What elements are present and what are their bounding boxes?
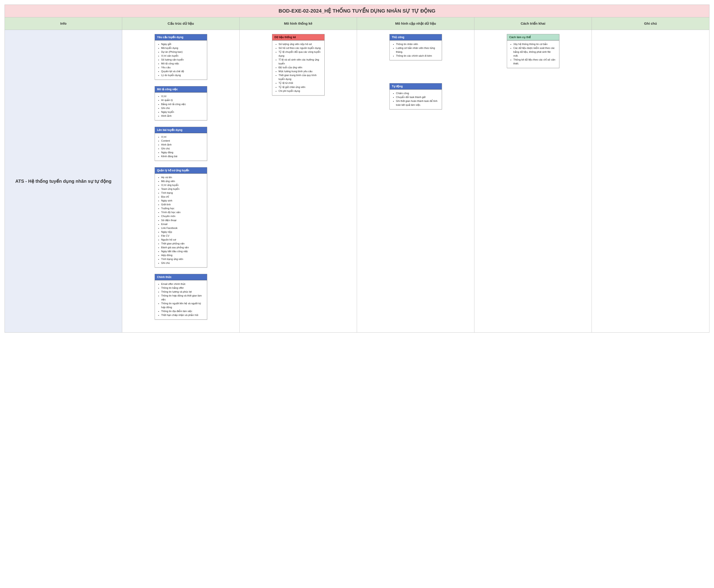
card-item: Tỷ lệ giữ chân ứng viên xyxy=(279,85,321,89)
card-item: Hr quản lý xyxy=(161,98,204,102)
card-item: Thông tin lương và phúc lợi xyxy=(161,290,204,294)
card-item: Mức lương trung bình yêu cầu xyxy=(279,69,321,73)
header-struct: Cấu trúc dữ liệu xyxy=(122,17,239,30)
spec-card: Quản lý hồ sơ ứng tuyểnHọ và tênMã ứng v… xyxy=(155,167,207,268)
card-item: Giới tính xyxy=(161,203,204,207)
card-item: Tình trạng ứng viên xyxy=(161,257,204,261)
body-row: ATS - Hệ thống tuyển dụng nhân sự tự độn… xyxy=(5,30,709,332)
card-body: Họ và tênMã ứng viênVị trí ứng tuyểnTeam… xyxy=(155,174,207,267)
card-item: Ngày gởi xyxy=(161,42,204,46)
card-item: Mã ứng viên xyxy=(161,179,204,183)
card-item: Kênh đăng bài xyxy=(161,154,204,158)
card-item: Lương cơ bản nhân viên theo từng tháng. xyxy=(396,46,439,54)
card-item: Lý do tuyển dụng xyxy=(161,73,204,77)
card-item: Số lượng ứng viên nộp hồ sơ xyxy=(279,42,321,46)
card-item: Bảng mô tả công việc xyxy=(161,102,204,106)
card-item: Tình trạng xyxy=(161,191,204,195)
card-item: Thông tin địa điểm làm việc xyxy=(161,309,204,313)
spec-card: Dữ liệu thống kêSố lượng ứng viên nộp hồ… xyxy=(272,34,324,96)
card-item: Ngày tuyển xyxy=(161,110,204,114)
header-info: Info xyxy=(5,17,122,30)
header-notes: Ghi chú xyxy=(592,17,709,30)
card-item: Chấm công xyxy=(396,91,439,95)
sheet-title: BOD-EXE-02-2024_HỆ THỐNG TUYỂN DỤNG NHÂN… xyxy=(5,5,709,17)
card-title: Yêu cầu tuyển dụng xyxy=(155,34,207,40)
card-title: Quản lý hồ sơ ứng tuyển xyxy=(155,167,207,174)
card-item: Họ và tên xyxy=(161,175,204,179)
card-item: Trình độ học vấn xyxy=(161,210,204,214)
card-item: Tỷ lệ từ chối xyxy=(279,81,321,85)
card-body: Thông tin nhân viênLương cơ bản nhân viê… xyxy=(390,40,442,60)
card-item: Thời gian phỏng vấn xyxy=(161,242,204,246)
spec-card: Cách làm cụ thểXây hệ thống thông tin cơ… xyxy=(507,34,559,68)
card-item: Hình ảnh xyxy=(161,143,204,147)
card-item: Tỉ lệ và số sinh viên các trường ứng tuy… xyxy=(279,58,321,66)
card-item: Thống kê dữ liệu theo các chỉ số cần thi… xyxy=(513,58,556,66)
card-item: Chuyển đổi task thành giờ xyxy=(396,95,439,99)
card-item: Ghi chú xyxy=(161,147,204,150)
card-item: Email xyxy=(161,222,204,226)
card-item: Số hồ sơ theo các nguồn tuyển dụng xyxy=(279,46,321,50)
card-body: Email offer chính thứcThông tin bảng off… xyxy=(155,280,207,319)
card-body: Chấm côngChuyển đổi task thành giờGhi th… xyxy=(390,89,442,109)
col-notes xyxy=(592,30,709,332)
card-item: Độ tuổi của ứng viên xyxy=(279,66,321,69)
card-item: Vị trí xyxy=(161,94,204,98)
header-deploy: Cách triển khai xyxy=(475,17,592,30)
card-item: Thông tin người liên hệ và người ký hợp … xyxy=(161,301,204,309)
info-label: ATS - Hệ thống tuyển dụng nhân sự tự độn… xyxy=(15,178,111,184)
card-body: Xây hệ thống thông tin cơ bảnCác dữ liệu… xyxy=(507,40,559,68)
card-title: Mô tả công việc xyxy=(155,86,207,92)
card-item: Chi phí tuyển dụng xyxy=(279,89,321,93)
card-item: Content xyxy=(161,139,204,143)
card-item: Ngày nộp xyxy=(161,230,204,234)
card-title: Thủ công xyxy=(390,34,442,40)
spec-card: Tự độngChấm côngChuyển đổi task thành gi… xyxy=(390,83,442,109)
col-deploy: Cách làm cụ thểXây hệ thống thông tin cơ… xyxy=(475,30,592,332)
card-item: Thông tin nhân viên xyxy=(396,42,439,46)
card-title: Tự động xyxy=(390,83,442,89)
card-item: Thông tin hợp đồng và thời gian làm việc xyxy=(161,294,204,301)
card-item: Dự án (Phòng ban) xyxy=(161,50,204,54)
card-title: Lên bài tuyển dụng xyxy=(155,127,207,133)
card-item: Các dữ liệu được kiểm soát theo các bảng… xyxy=(513,46,556,58)
card-item: Địa chỉ xyxy=(161,195,204,199)
card-item: Mã tuyển dụng xyxy=(161,46,204,50)
spec-card: Lên bài tuyển dụngVị tríContentHình ảnhG… xyxy=(155,127,207,161)
card-item: Team ứng tuyển xyxy=(161,187,204,191)
card-item: Ghi thời gian hoàn thành task để tính to… xyxy=(396,99,439,107)
card-item: Thông tin các chính sách đi kèm xyxy=(396,54,439,58)
card-title: Chính thức xyxy=(155,274,207,280)
card-title: Dữ liệu thống kê xyxy=(272,34,324,40)
header-stats: Mô hình thống kê xyxy=(239,17,357,30)
card-title: Cách làm cụ thể xyxy=(507,34,559,40)
card-item: Mô tả công việc xyxy=(161,62,204,66)
card-item: Email offer chính thức xyxy=(161,282,204,286)
card-item: Số lượng cần tuyển xyxy=(161,58,204,62)
card-item: Hợp đồng xyxy=(161,253,204,257)
card-item: Tỷ lệ chuyển đổi qua các vòng tuyển dụng xyxy=(279,50,321,58)
card-item: Thời hạn chấp nhận và phản hồi xyxy=(161,313,204,317)
spec-card: Yêu cầu tuyển dụngNgày gởiMã tuyển dụngD… xyxy=(155,34,207,80)
card-item: Ngày sinh xyxy=(161,199,204,203)
card-item: Thông tin bảng offer xyxy=(161,286,204,290)
info-cell: ATS - Hệ thống tuyển dụng nhân sự tự độn… xyxy=(5,30,122,332)
card-item: Ngày bắt đầu công việc xyxy=(161,249,204,253)
card-item: Yêu cầu xyxy=(161,66,204,69)
card-item: Link Facebook xyxy=(161,226,204,230)
card-item: Thời gian trung bình của quy trình tuyển… xyxy=(279,73,321,81)
card-item: Ghi chú xyxy=(161,106,204,110)
col-update-model: Thủ côngThông tin nhân viênLương cơ bản … xyxy=(357,30,475,332)
spec-card: Chính thứcEmail offer chính thứcThông ti… xyxy=(155,274,207,320)
card-item: Chuyên môn xyxy=(161,214,204,218)
card-body: Vị tríHr quản lýBảng mô tả công việcGhi … xyxy=(155,92,207,120)
card-item: Trường học xyxy=(161,207,204,210)
spec-card: Mô tả công việcVị tríHr quản lýBảng mô t… xyxy=(155,86,207,120)
card-item: Vị trí ứng tuyển xyxy=(161,183,204,187)
col-data-structure: Yêu cầu tuyển dụngNgày gởiMã tuyển dụngD… xyxy=(122,30,239,332)
card-item: Xây hệ thống thông tin cơ bản xyxy=(513,42,556,46)
card-item: Nguồn hồ sơ xyxy=(161,238,204,242)
card-body: Số lượng ứng viên nộp hồ sơSố hồ sơ theo… xyxy=(272,40,324,95)
spec-sheet: BOD-EXE-02-2024_HỆ THỐNG TUYỂN DỤNG NHÂN… xyxy=(4,4,710,333)
card-body: Ngày gởiMã tuyển dụngDự án (Phòng ban)Vị… xyxy=(155,40,207,80)
